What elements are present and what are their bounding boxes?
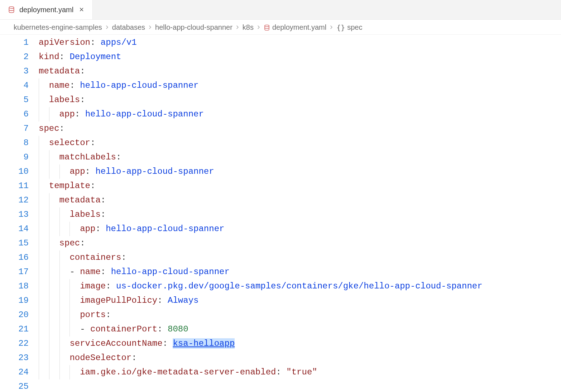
- code-line[interactable]: app: hello-app-cloud-spanner: [39, 107, 561, 121]
- code-token: template: [49, 181, 90, 191]
- breadcrumb-item[interactable]: k8s: [243, 23, 254, 32]
- code-token: :: [90, 181, 95, 191]
- code-line[interactable]: nodeSelector:: [39, 351, 561, 365]
- code-line[interactable]: matchLabels:: [39, 150, 561, 164]
- breadcrumb: kubernetes-engine-samples databases hell…: [0, 20, 561, 35]
- code-line[interactable]: app: hello-app-cloud-spanner: [39, 164, 561, 179]
- tab-label: deployment.yaml: [19, 6, 73, 14]
- code-line[interactable]: app: hello-app-cloud-spanner: [39, 222, 561, 236]
- yaml-database-icon: [264, 24, 270, 31]
- line-number: 23: [0, 351, 29, 365]
- code-editor[interactable]: 1234567891011121314151617181920212223242…: [0, 35, 561, 392]
- breadcrumb-label: kubernetes-engine-samples: [14, 23, 102, 32]
- breadcrumb-item[interactable]: hello-app-cloud-spanner: [155, 23, 232, 32]
- code-token: -: [80, 324, 90, 334]
- code-token: spec: [39, 124, 59, 133]
- line-number: 16: [0, 250, 29, 265]
- code-token: :: [163, 339, 173, 348]
- code-token: us-docker.pkg.dev/google-samples/contain…: [116, 281, 483, 291]
- code-line[interactable]: - containerPort: 8080: [39, 322, 561, 336]
- code-token: :: [276, 367, 286, 377]
- tab-bar: deployment.yaml ×: [0, 0, 561, 20]
- code-line[interactable]: metadata:: [39, 193, 561, 207]
- code-token: app: [69, 167, 85, 176]
- code-content[interactable]: apiVersion: apps/v1kind: Deploymentmetad…: [39, 35, 561, 392]
- code-token: :: [80, 238, 85, 248]
- code-token: 8080: [168, 324, 188, 334]
- line-number: 17: [0, 265, 29, 279]
- code-token: Always: [168, 296, 198, 305]
- code-line[interactable]: - name: hello-app-cloud-spanner: [39, 265, 561, 279]
- code-token: :: [101, 267, 111, 277]
- breadcrumb-item[interactable]: kubernetes-engine-samples: [14, 23, 102, 32]
- breadcrumb-item[interactable]: {} spec: [336, 23, 362, 32]
- code-token: :: [80, 95, 85, 105]
- code-token: :: [59, 124, 64, 133]
- editor-window: deployment.yaml × kubernetes-engine-samp…: [0, 0, 561, 392]
- code-line[interactable]: image: us-docker.pkg.dev/google-samples/…: [39, 279, 561, 293]
- line-number: 8: [0, 136, 29, 150]
- code-line[interactable]: iam.gke.io/gke-metadata-server-enabled: …: [39, 365, 561, 379]
- code-line[interactable]: apiVersion: apps/v1: [39, 35, 561, 50]
- code-line[interactable]: kind: Deployment: [39, 50, 561, 64]
- line-number: 4: [0, 78, 29, 93]
- code-token: :: [157, 296, 168, 305]
- code-token: hello-app-cloud-spanner: [111, 267, 230, 277]
- line-number: 9: [0, 150, 29, 164]
- tab-deployment-yaml[interactable]: deployment.yaml ×: [0, 0, 93, 19]
- code-line[interactable]: metadata:: [39, 64, 561, 78]
- line-number: 1: [0, 35, 29, 50]
- code-token: :: [101, 195, 106, 205]
- svg-point-1: [265, 25, 269, 27]
- breadcrumb-item[interactable]: databases: [112, 23, 145, 32]
- code-token: apps/v1: [101, 38, 137, 47]
- code-token: Deployment: [69, 52, 121, 62]
- code-token: labels: [49, 95, 80, 105]
- code-token: hello-app-cloud-spanner: [106, 224, 224, 234]
- breadcrumb-label: deployment.yaml: [272, 23, 326, 32]
- code-line[interactable]: name: hello-app-cloud-spanner: [39, 78, 561, 93]
- code-token: :: [131, 353, 136, 363]
- breadcrumb-item[interactable]: deployment.yaml: [264, 23, 326, 32]
- code-token: :: [75, 109, 85, 119]
- code-token: hello-app-cloud-spanner: [85, 109, 204, 119]
- code-line[interactable]: spec:: [39, 121, 561, 136]
- code-token: containers: [69, 253, 121, 262]
- code-token: :: [59, 52, 70, 62]
- line-number: 15: [0, 236, 29, 250]
- code-token: :: [157, 324, 168, 334]
- code-token: labels: [69, 210, 100, 219]
- code-token: :: [85, 167, 96, 176]
- code-line[interactable]: containers:: [39, 250, 561, 265]
- close-icon[interactable]: ×: [78, 5, 85, 14]
- line-number: 7: [0, 121, 29, 136]
- code-line[interactable]: serviceAccountName: ksa-helloapp: [39, 336, 561, 351]
- code-token: iam.gke.io/gke-metadata-server-enabled: [80, 367, 276, 377]
- line-number: 13: [0, 207, 29, 222]
- code-token: selector: [49, 138, 90, 148]
- chevron-right-icon: [235, 24, 240, 31]
- code-line[interactable]: imagePullPolicy: Always: [39, 293, 561, 308]
- chevron-right-icon: [329, 24, 334, 31]
- braces-icon: {}: [336, 23, 345, 32]
- code-token[interactable]: ksa-helloapp: [173, 339, 235, 348]
- chevron-right-icon: [256, 24, 262, 31]
- code-token: -: [69, 267, 80, 277]
- line-number: 3: [0, 64, 29, 78]
- line-number-gutter: 1234567891011121314151617181920212223242…: [0, 35, 39, 392]
- chevron-right-icon: [147, 24, 153, 31]
- line-number: 11: [0, 179, 29, 193]
- line-number: 25: [0, 379, 29, 392]
- code-token: nodeSelector: [69, 353, 131, 363]
- code-line[interactable]: labels:: [39, 207, 561, 222]
- code-line[interactable]: labels:: [39, 93, 561, 107]
- code-line[interactable]: spec:: [39, 236, 561, 250]
- code-line[interactable]: template:: [39, 179, 561, 193]
- line-number: 5: [0, 93, 29, 107]
- code-line[interactable]: ports:: [39, 308, 561, 322]
- line-number: 22: [0, 336, 29, 351]
- code-token: apiVersion: [39, 38, 90, 47]
- code-token: :: [101, 210, 106, 219]
- code-line[interactable]: [39, 379, 561, 392]
- code-line[interactable]: selector:: [39, 136, 561, 150]
